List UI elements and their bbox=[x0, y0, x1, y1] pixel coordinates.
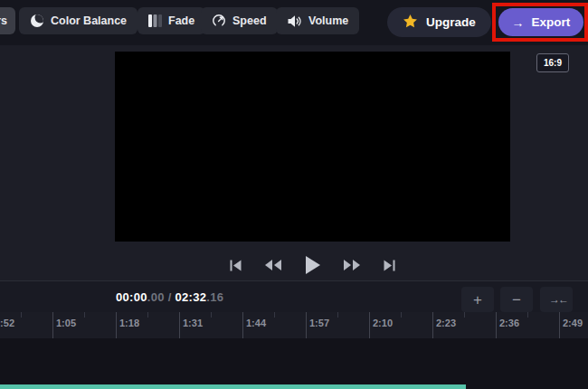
color-balance-icon bbox=[30, 14, 44, 28]
timeline-toolbar: 00:00.00 / 02:32.16 + − →← bbox=[0, 281, 588, 312]
skip-to-end-icon bbox=[384, 260, 395, 271]
ruler-label: 1:44 bbox=[246, 318, 266, 328]
fit-timeline-button[interactable]: →← bbox=[540, 287, 573, 312]
play-button[interactable] bbox=[305, 256, 320, 274]
time-separator: / bbox=[165, 290, 175, 304]
ruler-label: 2:36 bbox=[499, 318, 519, 328]
total-time: 02:32 bbox=[175, 290, 206, 304]
volume-icon bbox=[287, 14, 302, 28]
star-icon bbox=[403, 14, 418, 32]
fast-forward-button[interactable] bbox=[344, 260, 360, 270]
color-balance-button[interactable]: Color Balance bbox=[19, 7, 138, 34]
fast-forward-icon bbox=[344, 260, 360, 270]
rewind-icon bbox=[265, 260, 281, 270]
play-icon bbox=[305, 256, 320, 274]
upgrade-button[interactable]: Upgrade bbox=[387, 7, 491, 37]
volume-label: Volume bbox=[308, 14, 348, 27]
timeline-ruler[interactable]: 0:52 1:05 1:18 1:31 1:44 1:57 2:10 2:23 … bbox=[0, 312, 588, 338]
ruler-label: 2:23 bbox=[436, 318, 456, 328]
zoom-out-button[interactable]: − bbox=[500, 287, 533, 312]
timecode-display: 00:00.00 / 02:32.16 bbox=[116, 290, 223, 304]
aspect-ratio-badge[interactable]: 16:9 bbox=[536, 53, 569, 72]
skip-to-end-button[interactable] bbox=[384, 260, 395, 271]
speed-button[interactable]: Speed bbox=[201, 7, 278, 34]
speed-label: Speed bbox=[232, 14, 267, 27]
video-preview bbox=[115, 52, 510, 242]
video-editor-app: rs Color Balance Fade bbox=[0, 0, 588, 389]
ruler-label: 2:10 bbox=[373, 318, 393, 328]
upgrade-label: Upgrade bbox=[426, 15, 476, 29]
current-time: 00:00 bbox=[116, 290, 147, 304]
fade-label: Fade bbox=[168, 14, 194, 27]
export-label: Export bbox=[532, 15, 571, 29]
ruler-label: 0:52 bbox=[0, 318, 14, 328]
rewind-button[interactable] bbox=[265, 260, 281, 270]
top-toolbar: rs Color Balance Fade bbox=[0, 0, 588, 45]
ruler-label: 2:49 bbox=[563, 318, 583, 328]
clipped-tool-button[interactable]: rs bbox=[0, 7, 15, 34]
color-balance-label: Color Balance bbox=[51, 14, 127, 27]
speed-icon bbox=[212, 14, 226, 28]
transport-controls bbox=[115, 253, 510, 277]
ruler-label: 1:18 bbox=[119, 318, 139, 328]
volume-button[interactable]: Volume bbox=[276, 7, 359, 34]
timeline-track-area bbox=[0, 338, 588, 389]
zoom-in-button[interactable]: + bbox=[461, 287, 494, 312]
ruler-label: 1:31 bbox=[183, 318, 203, 328]
preview-section: 16:9 bbox=[0, 45, 588, 280]
fade-button[interactable]: Fade bbox=[138, 7, 205, 34]
export-button[interactable]: → Export bbox=[498, 8, 583, 36]
export-arrow-icon: → bbox=[512, 15, 525, 30]
ruler-label: 1:05 bbox=[56, 318, 76, 328]
skip-to-start-button[interactable] bbox=[230, 260, 242, 271]
export-highlight-annotation: → Export bbox=[492, 3, 588, 42]
current-frames: .00 bbox=[147, 290, 165, 304]
total-frames: .16 bbox=[206, 290, 223, 304]
timeline-clip[interactable] bbox=[0, 384, 466, 389]
clipped-tool-label: rs bbox=[0, 14, 7, 27]
ruler-label: 1:57 bbox=[309, 318, 329, 328]
skip-to-start-icon bbox=[230, 260, 242, 271]
fade-icon bbox=[148, 14, 162, 27]
